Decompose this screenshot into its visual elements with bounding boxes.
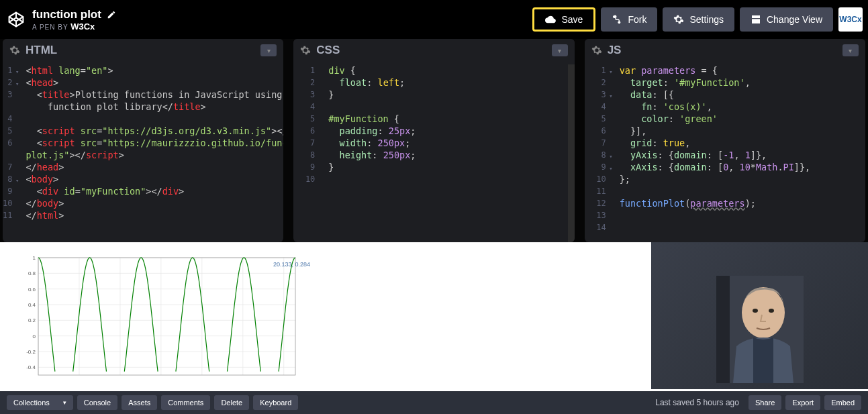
svg-text:0.2: 0.2 — [28, 317, 36, 323]
console-button[interactable]: Console — [77, 395, 117, 410]
css-editor-header: CSS ▾ — [293, 39, 574, 62]
chevron-down-icon[interactable]: ▾ — [552, 44, 568, 56]
chevron-down-icon[interactable]: ▾ — [260, 44, 277, 56]
change-view-button[interactable]: Change View — [740, 7, 833, 32]
svg-point-33 — [769, 309, 774, 313]
byline-author[interactable]: W3Cx — [70, 21, 95, 32]
footer: Collections Console Assets Comments Dele… — [0, 391, 868, 414]
gear-icon — [673, 14, 684, 25]
svg-text:0.4: 0.4 — [28, 302, 36, 308]
codepen-logo[interactable] — [5, 9, 27, 30]
editor-panels: HTML ▾ 1▾2▾345678▾91011 <html lang="en">… — [0, 39, 868, 242]
function-plot[interactable]: 10.80.60.40.20-0.2-0.4 20.133, 0.284 — [0, 242, 316, 391]
output-pane: 10.80.60.40.20-0.2-0.4 20.133, 0.284 — [0, 242, 868, 391]
fork-button[interactable]: Fork — [601, 7, 657, 32]
html-editor-header: HTML ▾ — [3, 39, 283, 62]
svg-rect-4 — [752, 19, 760, 23]
html-editor-title: HTML — [26, 44, 260, 57]
svg-rect-3 — [752, 15, 760, 18]
css-editor-body[interactable]: 12345678910 div { float: left;} #myFunct… — [293, 62, 574, 242]
js-editor-pane: JS ▾ 1▾23▾45678▾9▾1011121314 var paramet… — [585, 39, 865, 242]
delete-button[interactable]: Delete — [214, 395, 249, 410]
gear-icon[interactable] — [300, 45, 311, 56]
save-button[interactable]: Save — [532, 7, 595, 32]
js-editor-body[interactable]: 1▾23▾45678▾9▾1011121314 var parameters =… — [585, 62, 865, 242]
pen-title[interactable]: function plot — [32, 8, 101, 21]
svg-text:0.8: 0.8 — [28, 270, 36, 276]
chevron-down-icon[interactable]: ▾ — [842, 44, 859, 56]
svg-text:0: 0 — [33, 333, 36, 340]
svg-text:-0.2: -0.2 — [26, 349, 36, 355]
svg-rect-20 — [38, 258, 295, 375]
assets-button[interactable]: Assets — [122, 395, 157, 410]
webcam-overlay — [651, 242, 868, 389]
layout-icon — [751, 14, 761, 25]
keyboard-button[interactable]: Keyboard — [253, 395, 298, 410]
export-button[interactable]: Export — [785, 395, 820, 410]
embed-button[interactable]: Embed — [824, 395, 861, 410]
plot-tooltip: 20.133, 0.284 — [273, 261, 310, 268]
comments-button[interactable]: Comments — [161, 395, 210, 410]
js-editor-header: JS ▾ — [585, 39, 865, 62]
fork-icon — [612, 14, 622, 25]
css-editor-title: CSS — [316, 44, 551, 57]
person-silhouette — [716, 276, 804, 383]
title-area: function plot A PEN BY W3Cx — [32, 8, 532, 32]
svg-text:0.6: 0.6 — [28, 287, 36, 293]
share-button[interactable]: Share — [749, 395, 781, 410]
header: function plot A PEN BY W3Cx Save Fork Se… — [0, 0, 868, 39]
html-editor-body[interactable]: 1▾2▾345678▾91011 <html lang="en"><head> … — [3, 62, 283, 242]
js-editor-title: JS — [608, 44, 842, 57]
css-editor-pane: CSS ▾ 12345678910 div { float: left;} #m… — [293, 39, 574, 242]
save-status: Last saved 5 hours ago — [655, 398, 739, 407]
svg-text:-0.4: -0.4 — [26, 364, 36, 370]
header-buttons: Save Fork Settings Change View W3Cx — [532, 7, 863, 32]
cloud-icon — [545, 14, 556, 25]
svg-text:1: 1 — [33, 255, 36, 261]
settings-button[interactable]: Settings — [663, 7, 734, 32]
collections-button[interactable]: Collections — [7, 395, 73, 410]
gear-icon[interactable] — [591, 45, 602, 56]
edit-icon[interactable] — [107, 10, 116, 19]
svg-rect-30 — [716, 276, 730, 383]
byline-prefix: A PEN BY — [32, 23, 68, 31]
avatar[interactable]: W3Cx — [838, 7, 863, 32]
scrollbar[interactable] — [568, 64, 575, 242]
gear-icon[interactable] — [9, 45, 20, 56]
svg-point-32 — [753, 309, 758, 313]
html-editor-pane: HTML ▾ 1▾2▾345678▾91011 <html lang="en">… — [3, 39, 283, 242]
